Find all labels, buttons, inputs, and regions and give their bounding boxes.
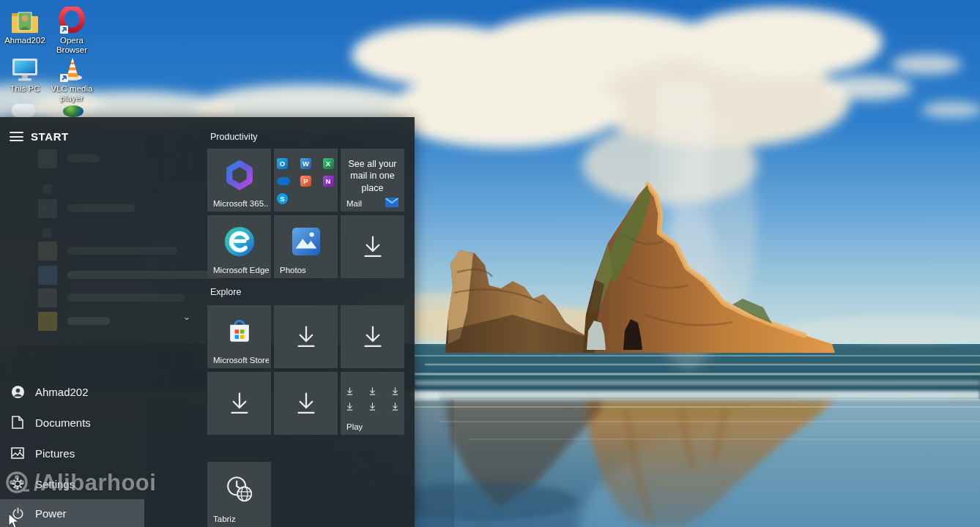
tile-label: Photos [280, 266, 306, 274]
tile-pending-download[interactable] [341, 215, 404, 278]
microsoft-365-icon [207, 152, 271, 198]
document-icon [0, 416, 35, 429]
outlook-icon: O [277, 158, 288, 169]
start-menu-title: START [31, 130, 69, 143]
tile-label: Microsoft Edge [213, 266, 269, 274]
photos-icon [274, 218, 338, 265]
nav-item-power[interactable]: Power [0, 499, 144, 527]
edge-icon [207, 218, 271, 265]
tile-group-title: Explore [210, 287, 241, 297]
start-menu: ⌄ START Ahmad202 Documents [0, 117, 415, 527]
skype-icon: S [277, 193, 288, 204]
nav-item-label: Settings [35, 478, 75, 490]
tile-pending-download[interactable] [341, 305, 404, 368]
pictures-icon [0, 447, 35, 459]
tile-pending-download[interactable] [274, 305, 338, 368]
desktop-icon-this-pc[interactable]: This PC [1, 52, 49, 94]
desktop-icon-user-folder[interactable]: Ahmad202 [1, 4, 49, 45]
office-suite-icons: O W X P N S [274, 152, 338, 209]
mail-envelope-icon [385, 198, 398, 207]
desktop-icon-partial [12, 104, 35, 117]
nav-item-label: Ahmad202 [35, 386, 89, 398]
mail-promo-text: See all your mail in one place [345, 158, 400, 194]
nav-item-settings[interactable]: Settings [0, 470, 144, 498]
tile-label: Microsoft Store [213, 356, 269, 365]
tile-label: Play [346, 422, 363, 431]
tile-photos[interactable]: Photos [274, 215, 338, 278]
tile-office-suite[interactable]: O W X P N S [274, 149, 338, 212]
download-arrow-icon [341, 308, 404, 365]
hamburger-menu-icon[interactable] [10, 132, 23, 141]
onedrive-icon [277, 177, 290, 185]
screen: Ahmad202 Opera Browser This [0, 0, 980, 527]
download-arrow-icon [341, 218, 404, 275]
word-icon: W [300, 158, 311, 169]
nav-item-label: Documents [35, 416, 91, 429]
computer-icon [1, 52, 49, 83]
tile-label: Microsoft 365... [213, 199, 269, 208]
power-icon [0, 507, 35, 520]
download-arrow-icon [274, 375, 338, 432]
download-arrow-icon [274, 308, 338, 365]
desktop-icon-vlc[interactable]: VLC media player [48, 52, 96, 103]
nav-item-pictures[interactable]: Pictures [0, 439, 144, 467]
tile-label: Tabriz [213, 515, 236, 523]
tile-tabriz-clock[interactable]: Tabriz [207, 462, 271, 527]
nav-item-documents[interactable]: Documents [0, 408, 144, 436]
nav-item-label: Pictures [35, 447, 75, 460]
tile-pending-download[interactable] [207, 372, 271, 435]
user-folder-icon [1, 4, 49, 34]
gear-icon [0, 477, 35, 490]
chevron-down-icon[interactable]: ⌄ [181, 312, 193, 322]
tile-microsoft-365[interactable]: Microsoft 365... [207, 149, 271, 212]
tile-mail[interactable]: See all your mail in one place Mail [341, 149, 404, 212]
tile-microsoft-edge[interactable]: Microsoft Edge [207, 215, 271, 278]
desktop-icon-label: VLC media player [48, 84, 96, 103]
powerpoint-icon: P [300, 176, 311, 187]
download-grid-icon [341, 375, 404, 422]
tile-group-title: Productivity [210, 132, 258, 142]
desktop-icon-opera[interactable]: Opera Browser [48, 4, 96, 55]
vlc-cone-icon [48, 52, 96, 83]
tile-group-productivity: Microsoft 365... O W X P N S [207, 149, 404, 278]
tile-play-group[interactable]: Play [341, 372, 404, 435]
excel-icon: X [323, 158, 334, 169]
tile-group-explore: Microsoft Store [207, 305, 404, 435]
opera-icon [48, 4, 96, 34]
onenote-icon: N [323, 176, 334, 187]
tile-microsoft-store[interactable]: Microsoft Store [207, 305, 271, 368]
user-icon [0, 385, 35, 399]
clock-globe-icon [207, 465, 271, 514]
tile-label: Mail [346, 199, 362, 208]
tile-pending-download[interactable] [274, 372, 338, 435]
store-icon [207, 308, 271, 355]
nav-item-label: Power [35, 507, 67, 520]
desktop-icon-partial-globe [63, 105, 83, 117]
download-arrow-icon [207, 375, 271, 432]
desktop-icon-label: This PC [1, 84, 49, 94]
nav-item-user[interactable]: Ahmad202 [0, 378, 144, 405]
desktop-icon-label: Ahmad202 [1, 36, 49, 45]
